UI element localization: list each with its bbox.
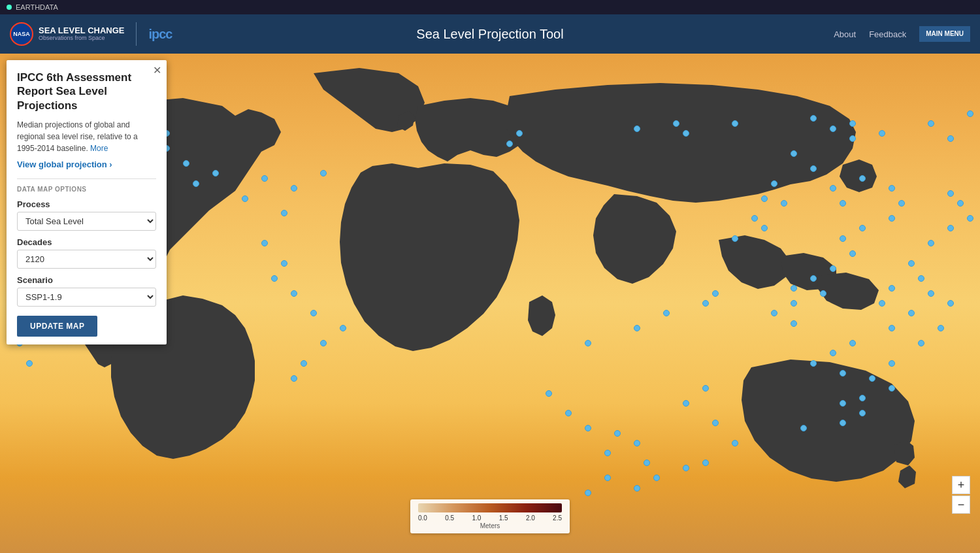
main-menu-button[interactable]: MAIN MENU bbox=[919, 26, 970, 42]
station-dot[interactable] bbox=[761, 195, 768, 202]
station-dot[interactable] bbox=[889, 285, 895, 292]
station-dot[interactable] bbox=[683, 130, 689, 137]
station-dot[interactable] bbox=[634, 485, 640, 492]
station-dot[interactable] bbox=[271, 275, 278, 282]
station-dot[interactable] bbox=[840, 370, 846, 377]
station-dot[interactable] bbox=[849, 340, 856, 346]
station-dot[interactable] bbox=[585, 340, 591, 346]
station-dot[interactable] bbox=[889, 360, 895, 367]
station-dot[interactable] bbox=[644, 460, 650, 466]
station-dot[interactable] bbox=[771, 310, 777, 316]
station-dot[interactable] bbox=[957, 200, 964, 207]
station-dot[interactable] bbox=[830, 185, 836, 192]
station-dot[interactable] bbox=[702, 300, 709, 307]
station-dot[interactable] bbox=[840, 235, 846, 242]
station-dot[interactable] bbox=[242, 195, 248, 202]
station-dot[interactable] bbox=[967, 110, 973, 117]
station-dot[interactable] bbox=[604, 475, 611, 481]
station-dot[interactable] bbox=[791, 300, 797, 307]
station-dot[interactable] bbox=[830, 126, 836, 132]
feedback-link[interactable]: Feedback bbox=[869, 29, 906, 39]
station-dot[interactable] bbox=[830, 265, 836, 272]
station-dot[interactable] bbox=[810, 115, 817, 122]
station-dot[interactable] bbox=[702, 460, 709, 466]
station-dot[interactable] bbox=[732, 120, 738, 127]
station-dot[interactable] bbox=[604, 450, 611, 456]
more-link[interactable]: More bbox=[90, 144, 108, 153]
station-dot[interactable] bbox=[732, 235, 738, 242]
station-dot[interactable] bbox=[879, 130, 885, 137]
station-dot[interactable] bbox=[879, 300, 885, 307]
station-dot[interactable] bbox=[261, 175, 268, 182]
station-dot[interactable] bbox=[947, 225, 954, 231]
station-dot[interactable] bbox=[193, 180, 199, 187]
station-dot[interactable] bbox=[683, 400, 689, 407]
station-dot[interactable] bbox=[918, 340, 924, 346]
update-map-button[interactable]: UPDATE MAP bbox=[17, 316, 97, 337]
station-dot[interactable] bbox=[771, 180, 777, 187]
station-dot[interactable] bbox=[849, 135, 856, 142]
station-dot[interactable] bbox=[840, 200, 846, 207]
station-dot[interactable] bbox=[800, 425, 807, 431]
station-dot[interactable] bbox=[791, 285, 797, 292]
station-dot[interactable] bbox=[928, 120, 934, 127]
process-select[interactable]: Total Sea LevelIce SheetsGlaciersOcean D… bbox=[17, 212, 156, 231]
station-dot[interactable] bbox=[26, 360, 33, 367]
station-dot[interactable] bbox=[634, 126, 640, 132]
station-dot[interactable] bbox=[840, 400, 846, 407]
station-dot[interactable] bbox=[310, 310, 317, 316]
station-dot[interactable] bbox=[849, 250, 856, 257]
station-dot[interactable] bbox=[506, 141, 513, 147]
station-dot[interactable] bbox=[291, 185, 297, 192]
station-dot[interactable] bbox=[634, 325, 640, 331]
station-dot[interactable] bbox=[840, 420, 846, 426]
station-dot[interactable] bbox=[614, 430, 621, 437]
station-dot[interactable] bbox=[820, 290, 826, 297]
station-dot[interactable] bbox=[947, 190, 954, 197]
station-dot[interactable] bbox=[751, 215, 758, 222]
station-dot[interactable] bbox=[791, 320, 797, 327]
station-dot[interactable] bbox=[261, 240, 268, 246]
station-dot[interactable] bbox=[291, 375, 297, 382]
station-dot[interactable] bbox=[791, 150, 797, 157]
station-dot[interactable] bbox=[653, 475, 660, 481]
station-dot[interactable] bbox=[889, 385, 895, 392]
station-dot[interactable] bbox=[859, 410, 866, 416]
station-dot[interactable] bbox=[967, 215, 973, 222]
station-dot[interactable] bbox=[810, 275, 817, 282]
station-dot[interactable] bbox=[908, 310, 915, 316]
station-dot[interactable] bbox=[849, 120, 856, 127]
station-dot[interactable] bbox=[859, 225, 866, 231]
station-dot[interactable] bbox=[889, 215, 895, 222]
station-dot[interactable] bbox=[320, 170, 327, 176]
station-dot[interactable] bbox=[938, 325, 944, 331]
zoom-out-button[interactable]: − bbox=[952, 495, 970, 514]
station-dot[interactable] bbox=[340, 325, 346, 331]
station-dot[interactable] bbox=[859, 175, 866, 182]
station-dot[interactable] bbox=[281, 260, 287, 267]
scenario-select[interactable]: SSP1-1.9SSP1-2.6SSP2-4.5SSP3-7.0SSP5-8.5 bbox=[17, 288, 156, 307]
station-dot[interactable] bbox=[585, 490, 591, 496]
station-dot[interactable] bbox=[928, 290, 934, 297]
view-global-link[interactable]: View global projection › bbox=[17, 159, 156, 169]
station-dot[interactable] bbox=[183, 160, 189, 167]
station-dot[interactable] bbox=[516, 130, 523, 137]
station-dot[interactable] bbox=[712, 420, 719, 426]
station-dot[interactable] bbox=[898, 200, 905, 207]
sidebar-close-button[interactable]: ✕ bbox=[153, 65, 161, 76]
station-dot[interactable] bbox=[732, 440, 738, 446]
zoom-in-button[interactable]: + bbox=[952, 476, 970, 494]
station-dot[interactable] bbox=[281, 210, 287, 216]
station-dot[interactable] bbox=[869, 375, 875, 382]
station-dot[interactable] bbox=[781, 200, 787, 207]
station-dot[interactable] bbox=[212, 170, 219, 176]
station-dot[interactable] bbox=[634, 440, 640, 446]
map-container[interactable]: ✕ IPCC 6th Assessment Report Sea Level P… bbox=[0, 54, 980, 553]
station-dot[interactable] bbox=[320, 340, 327, 346]
station-dot[interactable] bbox=[918, 275, 924, 282]
station-dot[interactable] bbox=[585, 425, 591, 431]
station-dot[interactable] bbox=[702, 385, 709, 392]
station-dot[interactable] bbox=[947, 135, 954, 142]
station-dot[interactable] bbox=[810, 165, 817, 172]
about-link[interactable]: About bbox=[834, 29, 856, 39]
